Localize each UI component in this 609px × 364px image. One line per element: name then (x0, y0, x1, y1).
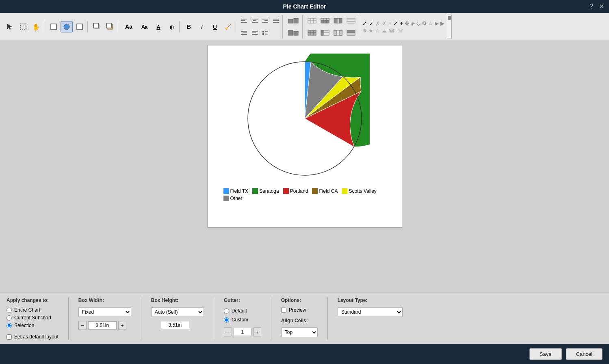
svg-rect-50 (308, 30, 316, 35)
sym7[interactable]: + (400, 20, 403, 27)
pie-chart[interactable] (240, 54, 370, 183)
hand-tool-button[interactable]: ✋ (30, 21, 42, 32)
sym13[interactable]: ▶ (435, 20, 439, 27)
svg-rect-28 (262, 31, 264, 32)
gutter-default-option[interactable]: Default (224, 308, 261, 314)
table8-button[interactable] (345, 27, 357, 39)
box-height-value[interactable] (161, 321, 189, 329)
sym19[interactable]: ☎ (388, 28, 395, 34)
sym4[interactable]: ✗ (382, 20, 387, 27)
gutter-section: Gutter: Default Custom − + (224, 297, 261, 336)
svg-rect-46 (340, 18, 342, 23)
preview-checkbox[interactable] (281, 308, 286, 313)
legend-item-fieldca: Field CA (312, 188, 338, 194)
current-subchart-label: Current Subchart (14, 315, 51, 321)
frame-shadow-button[interactable] (91, 21, 103, 32)
svg-rect-35 (294, 31, 298, 35)
save-button[interactable]: Save (529, 348, 562, 360)
gutter-custom-option[interactable]: Custom (224, 317, 261, 323)
justify-button[interactable] (271, 15, 281, 26)
sym16[interactable]: ★ (368, 28, 373, 34)
dialog-title: Pie Chart Editor (283, 3, 326, 10)
close-button[interactable]: ✕ (597, 2, 606, 11)
selection-option[interactable]: Selection (7, 323, 59, 328)
sym12[interactable]: ☆ (428, 20, 433, 27)
selection-radio[interactable] (7, 323, 12, 328)
align-cells-select[interactable]: Top Center Bottom (281, 327, 318, 337)
set-default-option[interactable]: Set as default layout (7, 334, 59, 340)
layout-type-select[interactable]: Standard Compact Spread (338, 307, 403, 317)
frame-button[interactable] (48, 21, 60, 32)
text-aa-button[interactable]: Aa (121, 21, 136, 32)
table2-button[interactable] (319, 15, 331, 26)
text-underline-button[interactable]: A (152, 21, 165, 32)
gutter-plus[interactable]: + (253, 327, 261, 336)
gutter-default-radio[interactable] (224, 308, 229, 314)
sym2[interactable]: ✓ (369, 20, 374, 27)
divider1 (68, 297, 69, 340)
current-subchart-option[interactable]: Current Subchart (7, 315, 59, 321)
align-right-button[interactable] (260, 15, 270, 26)
current-subchart-radio[interactable] (7, 315, 12, 321)
sym15[interactable]: ✳ (362, 28, 367, 34)
box-width-label: Box Width: (78, 297, 131, 303)
sym20[interactable]: ☏ (397, 28, 403, 34)
box-width-minus[interactable]: − (78, 321, 87, 330)
rect-button[interactable] (74, 21, 86, 32)
table7-button[interactable] (332, 27, 344, 39)
sym10[interactable]: ◇ (416, 20, 420, 27)
arrange-bottom-button[interactable] (286, 27, 301, 39)
frame-stacked-button[interactable] (104, 21, 116, 32)
align-center-button[interactable] (250, 15, 260, 26)
table1-button[interactable] (306, 15, 318, 26)
entire-chart-radio[interactable] (7, 308, 12, 313)
sym6[interactable]: ✓ (393, 20, 398, 27)
table6-button[interactable] (319, 27, 331, 39)
box-width-plus[interactable]: + (118, 321, 126, 330)
table4-button[interactable] (345, 15, 357, 26)
gutter-custom-radio[interactable] (224, 317, 229, 323)
sym1[interactable]: ✓ (362, 20, 367, 27)
sym14[interactable]: ▶ (440, 20, 444, 27)
text-contrast-button[interactable]: ◐ (165, 21, 178, 32)
sym3[interactable]: ✗ (375, 20, 380, 27)
arrow-select-button[interactable] (4, 21, 16, 32)
sym5[interactable]: + (388, 20, 392, 27)
sym17[interactable]: ☆ (375, 28, 380, 34)
box-width-value[interactable] (88, 321, 117, 330)
svg-rect-47 (347, 18, 355, 23)
set-default-checkbox[interactable] (7, 334, 12, 340)
arrange-top-button[interactable] (286, 15, 301, 26)
box-height-select[interactable]: Auto (Self) Fixed Percent (151, 307, 204, 317)
dotted-select-button[interactable] (17, 21, 29, 32)
entire-chart-option[interactable]: Entire Chart (7, 307, 59, 313)
underline-button[interactable]: U (209, 21, 221, 32)
svg-rect-32 (288, 19, 293, 23)
gutter-value[interactable] (234, 328, 251, 336)
sym9[interactable]: ◈ (411, 20, 415, 27)
gutter-minus[interactable]: − (224, 327, 232, 336)
align-left-button[interactable] (239, 15, 249, 26)
indent-button[interactable] (239, 27, 249, 39)
sym11[interactable]: ✪ (422, 20, 427, 27)
cancel-button[interactable]: Cancel (566, 348, 602, 360)
table3-button[interactable] (332, 15, 344, 26)
sym8[interactable]: ✤ (405, 20, 409, 27)
preview-option[interactable]: Preview (281, 307, 318, 313)
help-button[interactable]: ? (588, 2, 595, 11)
box-width-select[interactable]: Fixed Auto Percent (78, 307, 131, 317)
sym18[interactable]: ☁ (381, 28, 387, 34)
bold-button[interactable]: B (183, 21, 195, 32)
outdent-button[interactable] (250, 27, 260, 39)
apply-changes-label: Apply changes to: (7, 297, 59, 303)
legend-label-scottsvalley: Scotts Valley (349, 188, 376, 194)
oval-button[interactable] (61, 21, 73, 32)
list-button[interactable] (260, 27, 270, 39)
text-cap-button[interactable]: Aa (137, 21, 152, 32)
table5-button[interactable] (306, 27, 318, 39)
legend-item-fieldtx: Field TX (223, 188, 248, 194)
italic-button[interactable]: I (196, 21, 208, 32)
eraser-button[interactable]: 🧹 (222, 21, 234, 32)
svg-rect-44 (334, 18, 337, 23)
gutter-label: Gutter: (224, 297, 261, 303)
